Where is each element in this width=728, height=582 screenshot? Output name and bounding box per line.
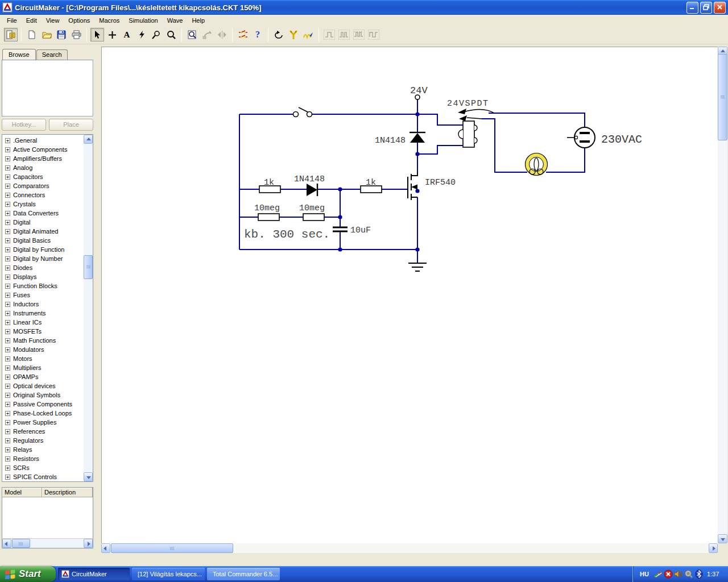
delete-tool-button[interactable]	[135, 28, 148, 41]
tree-item[interactable]: +Linear ICs	[2, 318, 84, 327]
digital-wave-3-button[interactable]	[352, 28, 366, 41]
expand-icon[interactable]: +	[5, 138, 10, 143]
expand-icon[interactable]: +	[5, 174, 10, 180]
expand-icon[interactable]: +	[5, 475, 10, 480]
menu-view[interactable]: View	[42, 16, 64, 25]
expand-icon[interactable]: +	[5, 438, 10, 443]
switch-component[interactable]	[293, 107, 312, 117]
task-total-commander[interactable]: Total Commander 6.5...	[207, 568, 280, 580]
expand-icon[interactable]: +	[5, 384, 10, 389]
expand-icon[interactable]: +	[5, 338, 10, 343]
run-switch-button[interactable]	[236, 28, 250, 41]
mosfet-component[interactable]	[408, 172, 417, 200]
scroll-right-icon[interactable]	[84, 539, 93, 548]
capacitor-component[interactable]	[333, 227, 348, 231]
scroll-right-icon[interactable]	[709, 543, 718, 553]
model-scrollbar-thumb[interactable]	[12, 539, 30, 548]
tree-item[interactable]: +SPICE Controls	[2, 472, 84, 481]
expand-icon[interactable]: +	[5, 420, 10, 425]
tree-item[interactable]: +Displays	[2, 272, 84, 281]
scroll-down-icon[interactable]	[718, 534, 727, 543]
help-button[interactable]: ?	[251, 28, 264, 41]
expand-icon[interactable]: +	[5, 320, 10, 325]
tree-item[interactable]: +Analog	[2, 163, 84, 172]
digital-wave-2-button[interactable]	[337, 28, 351, 41]
tree-item[interactable]: +Math Functions	[2, 336, 84, 345]
bluetooth-icon[interactable]	[694, 569, 704, 579]
expand-icon[interactable]: +	[5, 238, 10, 243]
tree-item[interactable]: +Relays	[2, 445, 84, 454]
tree-item[interactable]: +MOSFETs	[2, 327, 84, 336]
place-button[interactable]: Place	[49, 119, 93, 131]
canvas-vscrollbar[interactable]	[718, 47, 727, 543]
expand-icon[interactable]: +	[5, 375, 10, 380]
tree-item[interactable]: +References	[2, 427, 84, 436]
arrow-tool-button[interactable]	[90, 28, 104, 41]
hotkey-button[interactable]: Hotkey...	[2, 119, 46, 131]
mirror-button[interactable]	[215, 28, 229, 41]
digital-wave-4-button[interactable]	[367, 28, 380, 41]
menu-macros[interactable]: Macros	[94, 16, 124, 25]
text-tool-button[interactable]: A	[120, 28, 134, 41]
open-file-button[interactable]	[40, 28, 53, 41]
tree-item[interactable]: +Inductors	[2, 300, 84, 309]
reset-button[interactable]	[272, 28, 286, 41]
expand-icon[interactable]: +	[5, 347, 10, 352]
menu-simulation[interactable]: Simulation	[124, 16, 162, 25]
menu-options[interactable]: Options	[64, 16, 94, 25]
tree-item[interactable]: +Motors	[2, 354, 84, 363]
tree-item[interactable]: +Digital by Function	[2, 245, 84, 254]
expand-icon[interactable]: +	[5, 329, 10, 334]
restore-button[interactable]	[700, 2, 712, 14]
volume-icon[interactable]	[674, 569, 683, 579]
expand-icon[interactable]: +	[5, 284, 10, 289]
tree-item[interactable]: +Capacitors	[2, 172, 84, 181]
task-browser[interactable]: [12] Világítás lekapcs...	[132, 568, 205, 580]
tray-clock[interactable]: 1:37	[707, 571, 719, 577]
expand-icon[interactable]: +	[5, 256, 10, 261]
scroll-left-icon[interactable]	[101, 543, 110, 553]
expand-icon[interactable]: +	[5, 447, 10, 452]
tree-item[interactable]: +SCRs	[2, 463, 84, 472]
menu-edit[interactable]: Edit	[22, 16, 42, 25]
expand-icon[interactable]: +	[5, 247, 10, 252]
expand-icon[interactable]: +	[5, 465, 10, 471]
tree-item[interactable]: +Digital Basics	[2, 236, 84, 245]
app-icon[interactable]	[2, 2, 13, 13]
schematic-canvas[interactable]: 24V 24VSPDT 1N4148 1N4148 1k 1k 10meg 10…	[101, 47, 718, 543]
canvas-hscrollbar-thumb[interactable]	[111, 543, 233, 553]
tree-item[interactable]: +Function Blocks	[2, 281, 84, 290]
security-shield-icon[interactable]	[664, 569, 673, 579]
tree-item[interactable]: +Optical devices	[2, 381, 84, 390]
expand-icon[interactable]: +	[5, 365, 10, 371]
tree-item[interactable]: +Crystals	[2, 199, 84, 209]
tree-item[interactable]: +Modulators	[2, 345, 84, 354]
tree-item[interactable]: +Digital by Number	[2, 254, 84, 263]
lamp-component[interactable]	[526, 153, 548, 176]
scroll-up-icon[interactable]	[84, 135, 93, 144]
zoom-in-tool-button[interactable]	[150, 28, 163, 41]
expand-icon[interactable]: +	[5, 456, 10, 462]
tree-item[interactable]: +Instruments	[2, 309, 84, 318]
description-column-header[interactable]: Description	[42, 488, 93, 497]
expand-icon[interactable]: +	[5, 429, 10, 434]
digital-wave-1-button[interactable]	[322, 28, 336, 41]
expand-icon[interactable]: +	[5, 184, 10, 189]
tree-item[interactable]: +Active Components	[2, 145, 84, 154]
expand-icon[interactable]: +	[5, 293, 10, 298]
minimize-button[interactable]	[686, 2, 698, 14]
task-circuitmaker[interactable]: CircuitMaker	[58, 568, 130, 580]
print-button[interactable]	[69, 28, 83, 41]
tree-item[interactable]: +Amplifiers/Buffers	[2, 154, 84, 163]
tree-item[interactable]: +Connectors	[2, 190, 84, 199]
model-column-header[interactable]: Model	[2, 488, 42, 497]
tree-item[interactable]: +Digital	[2, 218, 84, 227]
scroll-left-icon[interactable]	[2, 539, 11, 548]
expand-icon[interactable]: +	[5, 265, 10, 271]
expand-icon[interactable]: +	[5, 193, 10, 198]
device-icon[interactable]	[684, 569, 693, 579]
model-scrollbar[interactable]	[2, 538, 93, 548]
menu-help[interactable]: Help	[187, 16, 209, 25]
tree-scrollbar[interactable]	[84, 135, 93, 481]
expand-icon[interactable]: +	[5, 402, 10, 407]
